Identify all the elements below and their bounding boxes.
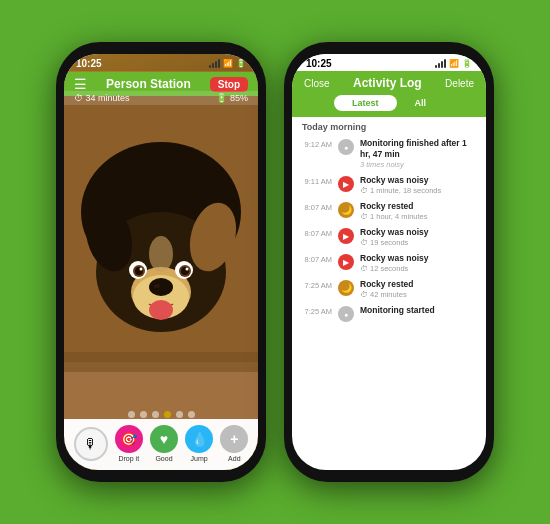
play-icon: ▶: [338, 228, 354, 244]
log-text: Monitoring started: [360, 305, 478, 316]
log-main-text: Rocky was noisy: [360, 227, 478, 238]
menu-icon[interactable]: ☰: [74, 76, 87, 92]
clock-icon: ⏱: [360, 264, 368, 273]
log-main-text: Rocky rested: [360, 201, 478, 212]
delete-button[interactable]: Delete: [445, 78, 474, 89]
right-status-bar: 10:25 📶 🔋: [292, 54, 486, 71]
tab-all[interactable]: All: [397, 95, 445, 111]
log-item[interactable]: 8:07 AM 🌙 Rocky rested ⏱ 1 hour, 4 minut…: [292, 198, 486, 224]
clock-icon: ⏱: [74, 93, 83, 103]
page-dots: [64, 411, 258, 418]
bottom-action-bar: 🎙 🎯 Drop it ♥ Good 💧 Jump + Add: [64, 419, 258, 470]
dot-6: [188, 411, 195, 418]
log-main-text: Monitoring finished after 1 hr, 47 min: [360, 138, 478, 160]
signal-icon: [209, 59, 220, 68]
svg-point-15: [140, 268, 143, 271]
battery-label: 🔋 85%: [216, 93, 248, 103]
tab-row: Latest All: [292, 95, 486, 117]
add-label: Add: [228, 455, 240, 462]
log-main-text: Rocky was noisy: [360, 175, 478, 186]
good-icon: ♥: [150, 425, 178, 453]
log-time: 7:25 AM: [300, 279, 332, 290]
log-sub-text: ⏱ 12 seconds: [360, 264, 478, 273]
status-time: 10:25: [76, 58, 102, 69]
log-text: Rocky was noisy ⏱ 12 seconds: [360, 253, 478, 273]
clock-icon: ⏱: [360, 212, 368, 221]
stop-button[interactable]: Stop: [210, 77, 248, 92]
log-time: 9:11 AM: [300, 175, 332, 186]
log-text: Monitoring finished after 1 hr, 47 min 3…: [360, 138, 478, 169]
log-text: Rocky was noisy ⏱ 19 seconds: [360, 227, 478, 247]
timer-label: ⏱ 34 minutes: [74, 93, 130, 103]
log-item[interactable]: 9:11 AM ▶ Rocky was noisy ⏱ 1 minute, 18…: [292, 172, 486, 198]
good-label: Good: [155, 455, 172, 462]
log-item[interactable]: 7:25 AM 🌙 Rocky rested ⏱ 42 minutes: [292, 276, 486, 302]
dot-2: [140, 411, 147, 418]
log-item: 9:12 AM ● Monitoring finished after 1 hr…: [292, 135, 486, 172]
svg-rect-20: [64, 352, 258, 372]
log-time: 9:12 AM: [300, 138, 332, 149]
log-main-text: Monitoring started: [360, 305, 478, 316]
log-section-header: Today morning: [292, 117, 486, 135]
log-main-text: Rocky was noisy: [360, 253, 478, 264]
right-phone: 10:25 📶 🔋 Close Activity Log Delete Late…: [284, 42, 494, 482]
monitoring-start-icon: ●: [338, 306, 354, 322]
log-item[interactable]: 8:07 AM ▶ Rocky was noisy ⏱ 19 seconds: [292, 224, 486, 250]
log-item[interactable]: 8:07 AM ▶ Rocky was noisy ⏱ 12 seconds: [292, 250, 486, 276]
clock-icon: ⏱: [360, 186, 368, 195]
drop-it-icon: 🎯: [115, 425, 143, 453]
play-icon: ▶: [338, 254, 354, 270]
wifi-icon: 📶: [223, 59, 233, 68]
log-main-text: Rocky rested: [360, 279, 478, 290]
battery-icon: 🔋: [236, 59, 246, 68]
log-item: 7:25 AM ● Monitoring started: [292, 302, 486, 325]
tab-latest[interactable]: Latest: [334, 95, 397, 111]
dot-1: [128, 411, 135, 418]
dog-photo: [64, 54, 258, 470]
svg-point-17: [149, 236, 173, 272]
rest-icon: 🌙: [338, 202, 354, 218]
right-status-time: 10:25: [306, 58, 332, 69]
drop-it-label: Drop it: [118, 455, 139, 462]
jump-label: Jump: [191, 455, 208, 462]
right-wifi-icon: 📶: [449, 59, 459, 68]
dot-3: [152, 411, 159, 418]
log-time: 8:07 AM: [300, 253, 332, 264]
jump-button[interactable]: 💧 Jump: [185, 425, 213, 462]
svg-point-18: [149, 300, 173, 320]
play-icon: ▶: [338, 176, 354, 192]
rest-icon: 🌙: [338, 280, 354, 296]
log-time: 8:07 AM: [300, 201, 332, 212]
add-button[interactable]: + Add: [220, 425, 248, 462]
svg-point-8: [154, 284, 160, 288]
log-sub-text: ⏱ 1 hour, 4 minutes: [360, 212, 478, 221]
mic-button[interactable]: 🎙: [74, 427, 108, 461]
add-icon: +: [220, 425, 248, 453]
clock-icon: ⏱: [360, 290, 368, 299]
close-button[interactable]: Close: [304, 78, 330, 89]
svg-point-16: [186, 268, 189, 271]
left-phone: 10:25 📶 🔋 ☰ Person Station Stop ⏱: [56, 42, 266, 482]
right-battery-icon: 🔋: [462, 59, 472, 68]
right-header: Close Activity Log Delete: [292, 71, 486, 95]
good-button[interactable]: ♥ Good: [150, 425, 178, 462]
monitoring-end-icon: ●: [338, 139, 354, 155]
info-bar: ⏱ 34 minutes 🔋 85%: [64, 91, 258, 105]
dot-4: [164, 411, 171, 418]
log-list: 9:12 AM ● Monitoring finished after 1 hr…: [292, 135, 486, 470]
drop-it-button[interactable]: 🎯 Drop it: [115, 425, 143, 462]
log-sub-text: 3 times noisy: [360, 160, 478, 169]
log-sub-text: ⏱ 19 seconds: [360, 238, 478, 247]
log-title: Activity Log: [353, 76, 422, 90]
log-sub-text: ⏱ 42 minutes: [360, 290, 478, 299]
dot-5: [176, 411, 183, 418]
log-time: 7:25 AM: [300, 305, 332, 316]
log-text: Rocky rested ⏱ 42 minutes: [360, 279, 478, 299]
log-text: Rocky was noisy ⏱ 1 minute, 18 seconds: [360, 175, 478, 195]
log-sub-text: ⏱ 1 minute, 18 seconds: [360, 186, 478, 195]
right-signal-icon: [435, 59, 446, 68]
page-title: Person Station: [106, 77, 191, 91]
battery-icon-left: 🔋: [216, 93, 227, 103]
left-status-bar: 10:25 📶 🔋: [64, 54, 258, 71]
log-time: 8:07 AM: [300, 227, 332, 238]
